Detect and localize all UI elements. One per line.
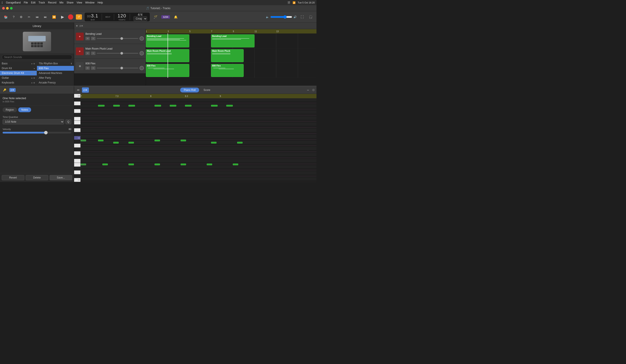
add-track-button[interactable]: + [76, 24, 78, 28]
key-ab2[interactable] [74, 105, 80, 109]
menu-garageband[interactable]: GarageBand [6, 1, 21, 4]
pr-note-17[interactable] [81, 163, 86, 165]
solo-button-2[interactable]: S [91, 51, 95, 55]
key-g1[interactable] [74, 151, 80, 155]
wand-tool-button[interactable]: 🪄 [152, 14, 159, 20]
category-mallet[interactable]: Mallet ▸ ⊕ [0, 85, 37, 85]
pr-note-18[interactable] [102, 163, 108, 165]
pr-note-13[interactable] [155, 140, 160, 141]
fast-forward-button[interactable]: ⏭ [43, 14, 48, 20]
key-f1[interactable] [74, 159, 80, 163]
region-main-room-2[interactable]: Main Room Pluck [211, 49, 244, 62]
pr-note-3[interactable] [128, 105, 135, 107]
key-f2[interactable] [74, 117, 80, 121]
pr-note-11[interactable] [113, 142, 119, 144]
pr-note-23[interactable] [233, 163, 238, 165]
tab-notes[interactable]: Notes [18, 107, 31, 112]
key-db2[interactable] [74, 132, 80, 136]
quantize-apply-button[interactable]: Q [65, 119, 71, 124]
revert-button[interactable]: Revert [2, 175, 24, 180]
minimize-button[interactable] [6, 7, 9, 10]
key-g2[interactable] [74, 109, 80, 113]
record-button[interactable] [68, 14, 73, 20]
key-e1[interactable] [74, 163, 80, 167]
key-b2[interactable] [74, 98, 80, 102]
pan-knob-2[interactable] [140, 51, 144, 55]
category-drum-kit[interactable]: Drum Kit ▸ [0, 66, 37, 71]
pr-note-5[interactable] [170, 105, 176, 107]
scissors-button[interactable]: ✂ [27, 14, 32, 20]
key-e2[interactable] [74, 121, 80, 124]
menu-share[interactable]: Share [67, 1, 74, 4]
tab-score[interactable]: Score [200, 88, 214, 92]
pr-note-4[interactable] [155, 105, 161, 107]
velocity-slider[interactable] [2, 132, 71, 133]
pr-note-15[interactable] [211, 142, 217, 144]
fullscreen-button[interactable]: ⛶ [299, 14, 305, 20]
pan-knob-1[interactable] [140, 36, 144, 41]
volume-slider-2[interactable] [97, 53, 138, 54]
menu-edit[interactable]: Edit [31, 1, 36, 4]
key-c2[interactable]: C2 [74, 136, 80, 140]
delete-button[interactable]: Delete [26, 175, 48, 180]
cycle-button[interactable]: ↺ [76, 14, 82, 20]
sound-70s-rhythm-box[interactable]: 70s Rhythm Box ⬇ [37, 61, 74, 66]
menu-window[interactable]: Window [85, 1, 95, 4]
rewind-button[interactable]: ⏮ [34, 14, 40, 20]
key-eb2[interactable] [74, 124, 80, 128]
sound-beat-machine[interactable]: Beat Machine [37, 85, 74, 85]
pr-note-16[interactable] [237, 142, 242, 144]
apple-menu[interactable]:  [2, 1, 3, 4]
key-a1[interactable] [74, 144, 80, 148]
key-db1[interactable] [74, 174, 80, 178]
mute-button-1[interactable]: M [85, 37, 90, 40]
pr-note-19[interactable] [128, 163, 134, 165]
key-d1[interactable] [74, 170, 80, 174]
play-button[interactable]: ▶ [60, 14, 65, 20]
pr-note-14[interactable] [181, 140, 186, 141]
region-808-flex-2[interactable]: 808 Flex [211, 64, 244, 77]
smart-controls-button[interactable]: ? [11, 14, 16, 20]
piano-roll-grid[interactable]: 7 7.3 8 8.3 9 ▦ 808 Flex [81, 94, 316, 182]
key-b1[interactable] [74, 140, 80, 144]
pan-knob-3[interactable] [140, 66, 144, 70]
mute-button-2[interactable]: M [85, 51, 90, 55]
key-gb2[interactable] [74, 113, 80, 117]
skip-to-start-button[interactable]: ⏪ [51, 14, 57, 20]
key-a2[interactable] [74, 102, 80, 105]
pr-note-8[interactable] [226, 105, 233, 107]
master-volume-slider[interactable] [270, 15, 292, 19]
volume-slider-1[interactable] [97, 38, 138, 39]
volume-slider-3[interactable] [97, 68, 138, 69]
key-gb1[interactable] [74, 155, 80, 159]
category-guitar[interactable]: Guitar ▸ ⊕ [0, 76, 37, 80]
pr-note-22[interactable] [207, 163, 212, 165]
save-button[interactable]: Save... [50, 175, 72, 180]
category-bass[interactable]: Bass ▸ ⊕ [0, 61, 37, 66]
sound-808-flex[interactable]: 808 Flex [37, 66, 74, 71]
mute-button-3[interactable]: M [85, 66, 90, 70]
piano-roll-tool-button[interactable]: 🔑 [2, 88, 8, 92]
pr-note-12[interactable] [128, 142, 134, 144]
category-electronic-drum-kit[interactable]: Electronic Drum Kit ▸ ⊕ [0, 71, 37, 76]
key-c3[interactable]: C3 [74, 94, 80, 98]
search-input[interactable] [2, 55, 72, 60]
menu-record[interactable]: Record [48, 1, 57, 4]
pr-note-6[interactable] [185, 105, 192, 107]
pr-note-21[interactable] [181, 163, 186, 165]
maximize-button[interactable] [10, 7, 13, 10]
metronome-button[interactable]: 🔔 [173, 14, 179, 20]
tab-region[interactable]: Region [2, 107, 17, 112]
piano-roll-expand-button[interactable]: ↔ [305, 87, 311, 93]
menu-help[interactable]: Help [98, 1, 103, 4]
sound-advanced-machines[interactable]: Advanced Machines [37, 71, 74, 76]
close-button[interactable] [2, 7, 5, 10]
pr-note-20[interactable] [155, 163, 160, 165]
key-select[interactable]: Cmaj [133, 16, 147, 21]
piano-roll-quantize-button[interactable]: ⎚✕ [9, 88, 16, 92]
tab-piano-roll[interactable]: Piano Roll [180, 88, 199, 92]
sound-arcade-frenzy[interactable]: Arcade Frenzy [37, 80, 74, 85]
key-d2[interactable] [74, 128, 80, 132]
category-keyboards[interactable]: Keyboards ▸ ⊕ [0, 80, 37, 85]
menu-file[interactable]: File [24, 1, 28, 4]
